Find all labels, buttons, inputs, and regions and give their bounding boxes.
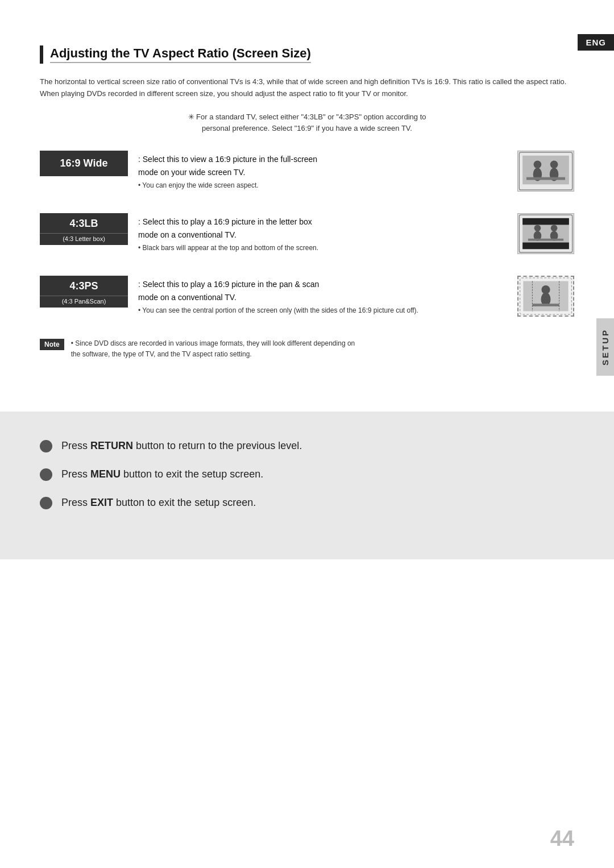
- option-image-43lb: [517, 213, 574, 254]
- press-return-line: Press RETURN button to return to the pre…: [40, 440, 574, 452]
- option-label-sub-43lb: (4:3 Letter box): [40, 233, 128, 245]
- option-desc-43lb: : Select this to play a 16:9 picture in …: [138, 213, 507, 254]
- heading-bar: [40, 45, 43, 64]
- svg-point-5: [550, 161, 558, 169]
- option-bullet-43ps: You can see the central portion of the s…: [138, 305, 507, 316]
- setup-tab: SETUP: [596, 318, 614, 376]
- option-image-169wide: [517, 151, 574, 192]
- star-note: ✳ For a standard TV, select either "4:3L…: [40, 111, 574, 135]
- svg-rect-11: [522, 243, 569, 250]
- option-label-main-43lb: 4:3LB: [40, 213, 128, 233]
- option-bullet-169wide: You can enjoy the wide screen aspect.: [138, 180, 507, 191]
- svg-rect-10: [522, 218, 569, 225]
- svg-point-3: [534, 161, 542, 169]
- press-menu-line: Press MENU button to exit the setup scre…: [40, 468, 574, 481]
- svg-rect-16: [528, 239, 563, 241]
- eng-tab: ENG: [578, 34, 614, 51]
- intro-text: The horizontal to vertical screen size r…: [40, 76, 574, 100]
- press-exit-text: Press EXIT button to exit the setup scre…: [61, 497, 256, 509]
- svg-rect-7: [526, 177, 565, 180]
- option-image-43ps: [517, 276, 574, 317]
- press-return-text: Press RETURN button to return to the pre…: [61, 440, 302, 452]
- exit-bullet: [40, 497, 52, 509]
- svg-rect-21: [532, 304, 559, 306]
- option-43lb: 4:3LB (4:3 Letter box) : Select this to …: [40, 213, 574, 260]
- option-label-block-43ps: 4:3PS (4:3 Pan&Scan): [40, 276, 128, 308]
- press-exit-line: Press EXIT button to exit the setup scre…: [40, 497, 574, 509]
- return-bullet: [40, 440, 52, 452]
- option-bullet-43lb: Black bars will appear at the top and bo…: [138, 243, 507, 254]
- option-main-desc-43ps: : Select this to play a 16:9 picture in …: [138, 278, 507, 304]
- note-box: Note • Since DVD discs are recorded in v…: [40, 338, 574, 360]
- option-label-block-169wide: 16:9 Wide: [40, 151, 128, 176]
- section-heading: Adjusting the TV Aspect Ratio (Screen Si…: [40, 45, 574, 64]
- note-text: • Since DVD discs are recorded in variou…: [71, 338, 355, 360]
- svg-point-15: [551, 225, 558, 232]
- svg-point-20: [541, 285, 550, 294]
- option-main-desc-169wide: : Select this to view a 16:9 picture in …: [138, 153, 507, 178]
- option-43ps: 4:3PS (4:3 Pan&Scan) : Select this to pl…: [40, 276, 574, 322]
- option-169wide: 16:9 Wide : Select this to view a 16:9 p…: [40, 151, 574, 197]
- bottom-section: Press RETURN button to return to the pre…: [0, 412, 614, 559]
- press-menu-text: Press MENU button to exit the setup scre…: [61, 468, 263, 480]
- option-label-sub-43ps: (4:3 Pan&Scan): [40, 296, 128, 308]
- page-number: 44: [550, 827, 574, 851]
- svg-point-13: [534, 225, 541, 232]
- menu-bullet: [40, 468, 52, 481]
- option-label-block-43lb: 4:3LB (4:3 Letter box): [40, 213, 128, 245]
- main-content: Adjusting the TV Aspect Ratio (Screen Si…: [0, 0, 614, 412]
- page-title: Adjusting the TV Aspect Ratio (Screen Si…: [50, 46, 311, 63]
- option-label-main-169wide: 16:9 Wide: [40, 151, 128, 176]
- option-desc-43ps: : Select this to play a 16:9 picture in …: [138, 276, 507, 316]
- option-main-desc-43lb: : Select this to play a 16:9 picture in …: [138, 215, 507, 241]
- svg-rect-1: [522, 156, 569, 185]
- note-label: Note: [40, 339, 64, 350]
- option-desc-169wide: : Select this to view a 16:9 picture in …: [138, 151, 507, 191]
- option-label-main-43ps: 4:3PS: [40, 276, 128, 296]
